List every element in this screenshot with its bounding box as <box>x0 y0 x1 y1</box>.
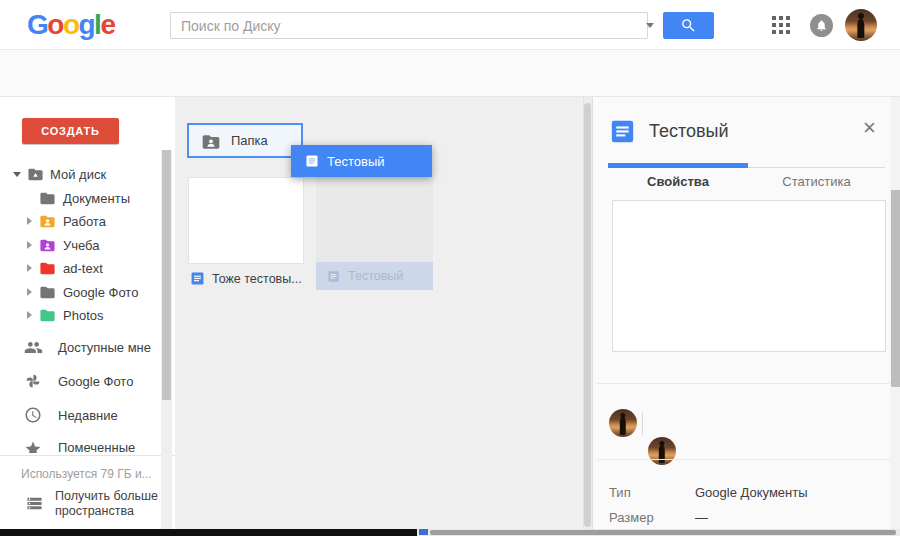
folder-icon <box>39 307 56 324</box>
editor-avatar[interactable] <box>648 437 676 465</box>
people-icon <box>24 338 43 357</box>
close-icon[interactable]: × <box>863 115 876 141</box>
panel-divider <box>597 459 897 460</box>
sidebar-item-recent[interactable]: Недавние <box>24 406 118 424</box>
logo-letter: g <box>79 9 95 40</box>
drive-folder-icon <box>27 166 44 183</box>
panel-divider <box>597 383 897 384</box>
storage-icon <box>26 495 43 512</box>
file-grid-area: Папка Тоже тестовы... Тестовый Тестовый <box>175 97 583 536</box>
drive-toolbar: Диск Мой диск › Работа › Google Docs AZ … <box>0 50 900 97</box>
shared-folder-icon <box>39 213 56 230</box>
sidebar-item-ad-text[interactable]: ad-text <box>27 259 103 277</box>
sidebar-item-google-photo-folder[interactable]: Google Фото <box>27 283 138 301</box>
field-label-size: Размер <box>609 510 654 525</box>
sidebar-item-label: Google Фото <box>63 285 138 300</box>
main-scrollbar-thumb[interactable] <box>584 103 591 527</box>
horizontal-scrollbar[interactable] <box>430 530 896 535</box>
create-button[interactable]: СОЗДАТЬ <box>22 118 119 144</box>
search-button[interactable] <box>663 12 714 39</box>
expand-caret-icon[interactable] <box>27 264 32 272</box>
get-more-space-button[interactable] <box>26 495 43 512</box>
expand-caret-icon[interactable] <box>27 217 32 225</box>
search-dropdown-icon[interactable] <box>640 12 660 39</box>
sidebar-scrollbar-thumb[interactable] <box>162 150 171 400</box>
logo-letter: e <box>100 9 114 40</box>
source-tile-footer: Тестовый <box>316 262 433 290</box>
logo-letter: o <box>47 9 63 40</box>
create-button-label: СОЗДАТЬ <box>41 125 100 137</box>
dragged-source-tile[interactable]: Тестовый <box>316 170 433 290</box>
star-icon <box>24 440 42 453</box>
sidebar-item-starred[interactable]: Помеченные <box>24 440 135 453</box>
sidebar-divider <box>0 455 175 456</box>
doc-card-label: Тоже тестовы... <box>212 272 302 286</box>
get-more-space-label[interactable]: Получить больше пространства <box>55 489 159 519</box>
search-icon <box>680 17 697 34</box>
folder-icon <box>39 284 56 301</box>
avatar-separator <box>642 412 643 435</box>
sidebar-item-label: Учеба <box>63 238 100 253</box>
sidebar-item-label: Документы <box>63 191 130 206</box>
taskbar-strip[interactable] <box>0 529 417 536</box>
sidebar-item-label: Доступные мне <box>58 340 151 355</box>
notifications-bell-icon[interactable] <box>810 14 833 37</box>
logo-letter: G <box>27 9 47 40</box>
doc-card-label-row[interactable]: Тоже тестовы... <box>190 271 302 286</box>
expand-caret-icon[interactable] <box>27 241 32 249</box>
owner-avatar[interactable] <box>609 409 637 437</box>
sidebar-item-label: Помеченные <box>58 440 135 453</box>
sidebar-item-my-drive[interactable]: Мой диск <box>13 165 106 183</box>
expand-caret-icon[interactable] <box>13 172 21 177</box>
folder-drop-target[interactable]: Папка <box>187 123 303 158</box>
chevron-down-icon <box>646 23 654 28</box>
sidebar-item-label: Photos <box>63 308 103 323</box>
sidebar-item-label: Мой диск <box>50 167 106 182</box>
search-input[interactable] <box>170 12 648 39</box>
details-doc-icon <box>609 118 636 145</box>
tab-properties[interactable]: Свойства <box>608 174 748 189</box>
preview-box <box>612 200 886 352</box>
photos-pinwheel-icon <box>24 372 42 390</box>
tab-statistics[interactable]: Статистика <box>748 174 885 189</box>
expand-caret-icon[interactable] <box>27 288 32 296</box>
expand-caret-icon[interactable] <box>27 311 32 319</box>
details-panel: Тестовый × Свойства Статистика Тип Googl… <box>592 97 900 536</box>
folder-tile-label: Папка <box>231 133 268 148</box>
shared-folder-icon <box>39 237 56 254</box>
clock-icon <box>24 406 42 424</box>
field-value-type: Google Документы <box>695 485 808 500</box>
drag-ghost-label: Тестовый <box>327 154 385 169</box>
field-value-size: — <box>695 510 708 525</box>
google-logo[interactable]: Google <box>27 9 114 41</box>
folder-icon <box>39 260 56 277</box>
doc-thumbnail-card[interactable] <box>188 177 304 264</box>
user-avatar[interactable] <box>845 9 877 41</box>
source-tile-label: Тестовый <box>348 269 403 283</box>
drag-ghost[interactable]: Тестовый <box>291 145 432 177</box>
storage-usage-text: Используется 79 ГБ и... <box>21 467 152 481</box>
sidebar-item-work[interactable]: Работа <box>27 212 106 230</box>
sidebar-item-label: ad-text <box>63 261 103 276</box>
bell-icon <box>815 19 828 32</box>
apps-grid-icon[interactable] <box>772 16 790 34</box>
doc-icon-faded <box>327 270 340 283</box>
sidebar-item-study[interactable]: Учеба <box>27 236 100 254</box>
taskbar-app-icon[interactable] <box>419 529 428 535</box>
sidebar-item-label: Работа <box>63 214 106 229</box>
sidebar-item-shared-with-me[interactable]: Доступные мне <box>24 338 151 357</box>
top-bar: Google <box>0 0 900 50</box>
details-title: Тестовый <box>649 121 729 142</box>
sidebar-item-google-photos[interactable]: Google Фото <box>24 372 133 390</box>
panel-scrollbar-thumb[interactable] <box>891 190 900 387</box>
sidebar: СОЗДАТЬ Мой диск Документы Работа Учеба … <box>0 97 175 536</box>
logo-letter: o <box>63 9 79 40</box>
doc-icon-white <box>305 154 319 168</box>
sidebar-item-label: Google Фото <box>58 374 133 389</box>
sidebar-item-photos[interactable]: Photos <box>27 306 103 324</box>
active-tab-indicator <box>608 163 748 168</box>
shared-folder-icon <box>201 132 218 149</box>
sidebar-item-label: Недавние <box>58 408 118 423</box>
sidebar-item-documents[interactable]: Документы <box>39 189 130 207</box>
folder-icon <box>39 190 56 207</box>
